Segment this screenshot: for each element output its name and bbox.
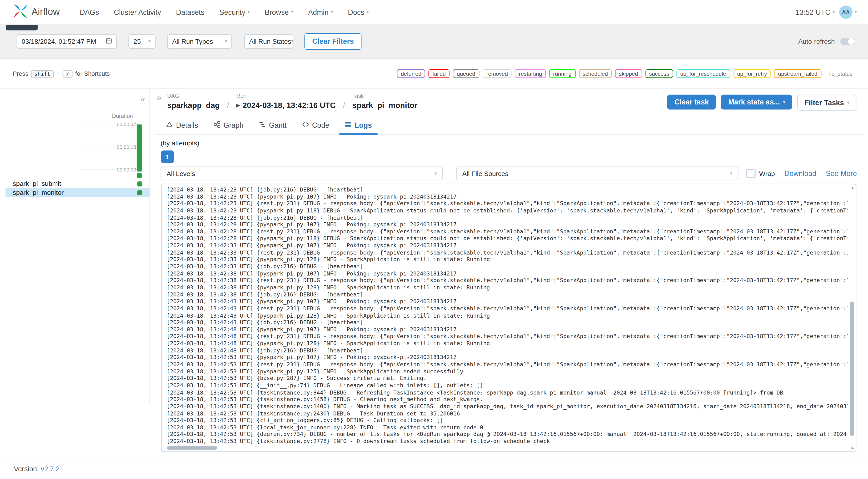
chevron-down-icon: ▾ [847,101,849,104]
status-badge-scheduled[interactable]: scheduled [579,69,612,78]
horizontal-scrollbar[interactable] [163,445,848,450]
cutoff-button[interactable] [6,24,38,30]
status-badge-running[interactable]: running [549,69,576,78]
mark-state-button[interactable]: Mark state as...▾ [721,95,793,109]
wrap-checkbox[interactable] [746,169,756,178]
play-icon: ▶ [236,103,240,107]
log-level-select[interactable]: All Levels ▾ [160,166,443,181]
avatar[interactable]: AA [839,6,852,19]
breadcrumb-separator: / [227,100,229,109]
chevron-down-icon: ▾ [367,10,369,14]
utc-clock-dropdown[interactable]: 13:52 UTC ▾ [796,8,835,16]
log-controls: All Levels ▾ All File Sources ▾ Wrap Dow… [160,166,857,181]
vertical-scrollbar[interactable] [850,185,855,444]
date-filter-input[interactable]: 03/18/2024, 01:52:47 PM [17,34,117,49]
run-states-select[interactable]: All Run States ▾ [244,34,293,49]
expand-panel-icon[interactable]: » [157,93,161,102]
page-size-select[interactable]: 25 ▾ [128,34,156,49]
tab-label: Graph [223,121,243,129]
task-row-spark-pi-monitor[interactable]: spark_pi_monitor [6,188,150,197]
status-badge-restarting[interactable]: restarting [515,69,546,78]
nav-item-cluster-activity[interactable]: Cluster Activity [114,8,161,16]
download-link[interactable]: Download [784,169,816,178]
nav-item-browse[interactable]: Browse▾ [265,8,293,16]
dag-run-status-square[interactable] [137,173,142,178]
nav-item-datasets[interactable]: Datasets [176,8,205,16]
details-panel: » DAG sparkapp_dag / Run ▶2024-03-18, 13… [155,89,864,454]
status-badge-removed[interactable]: removed [483,69,512,78]
log-line: [2024-03-18, 13:42:48 UTC] {rest.py:231}… [167,333,847,341]
status-badge-up-for-retry[interactable]: up_for_retry [733,69,771,78]
log-line: [2024-03-18, 13:42:53 UTC] {local_task_j… [167,424,847,431]
tab-code[interactable]: Code [297,118,335,135]
filter-tasks-button[interactable]: Filter Tasks▾ [797,95,856,110]
version-link[interactable]: v2.7.2 [41,465,60,473]
chevron-down-icon: ▾ [855,10,857,14]
task-row-spark-pi-submit[interactable]: spark_pi_submit [6,179,150,188]
chevron-down-icon: ▾ [291,39,293,43]
auto-refresh-toggle[interactable] [840,37,855,45]
run-duration-bar[interactable] [137,124,142,171]
log-line: [2024-03-18, 13:42:43 UTC] {job.py:216} … [167,319,847,326]
log-line: [2024-03-18, 13:42:53 UTC] {rest.py:231}… [167,361,847,369]
file-source-select[interactable]: All File Sources ▾ [456,166,739,181]
log-line: [2024-03-18, 13:42:53 UTC] {dagrun.py:73… [167,431,847,438]
breadcrumb-task-value: spark_pi_monitor [352,101,417,109]
status-badge-up-for-reschedule[interactable]: up_for_reschedule [676,69,730,78]
nav-item-admin[interactable]: Admin▾ [308,8,333,16]
tab-gantt[interactable]: Gantt [253,118,292,135]
log-line: [2024-03-18, 13:42:28 UTC] {rest.py:231}… [167,228,847,235]
shortcuts-plus: + [56,70,60,77]
status-badge-no-status[interactable]: no_status [825,69,857,78]
brand-label: Airflow [32,7,60,18]
chevron-down-icon: ▾ [435,171,437,176]
run-types-select[interactable]: All Run Types ▾ [167,34,232,49]
scroll-right-icon[interactable]: ▶ [851,447,854,450]
log-line: [2024-03-18, 13:42:53 UTC] {taskinstance… [167,396,847,403]
tab-label: Code [312,121,329,129]
see-more-link[interactable]: See More [826,169,857,178]
status-badge-queued[interactable]: queued [453,69,479,78]
attempt-1-button[interactable]: 1 [161,151,174,163]
nav-item-dags[interactable]: DAGs [80,8,99,16]
brand-link[interactable]: Airflow [13,4,60,21]
nav-item-security[interactable]: Security▾ [219,8,250,16]
task-status-square[interactable] [137,190,142,195]
gridline [81,124,143,124]
calendar-icon [106,37,112,45]
tab-logs[interactable]: Logs [339,118,377,135]
task-status-square[interactable] [137,181,142,186]
scrollbar-thumb[interactable] [167,446,217,450]
user-menu[interactable]: AA ▾ [839,6,857,19]
tab-graph[interactable]: Graph [208,118,249,135]
chevron-down-icon: ▾ [730,171,732,176]
utc-clock: 13:52 UTC [796,8,830,16]
log-line: [2024-03-18, 13:42:53 UTC] {pyspark_pi.p… [167,354,847,361]
clear-task-button[interactable]: Clear task [667,95,716,109]
clear-filters-button[interactable]: Clear Filters [304,33,362,50]
log-line: [2024-03-18, 13:42:43 UTC] {pyspark_pi.p… [167,298,847,306]
date-filter-value: 03/18/2024, 01:52:47 PM [22,37,96,45]
breadcrumb-run-value: ▶2024-03-18, 13:42:16 UTC [236,101,336,109]
status-badge-success[interactable]: success [645,69,673,78]
status-badge-skipped[interactable]: skipped [615,69,642,78]
scrollbar-thumb[interactable] [850,301,854,436]
nav-item-label: DAGs [80,8,99,16]
nav-item-docs[interactable]: Docs▾ [348,8,369,16]
status-badge-upstream-failed[interactable]: upstream_failed [774,69,821,78]
log-line: [2024-03-18, 13:42:23 UTC] {job.py:216} … [167,186,847,193]
run-states-value: All Run States [249,37,291,45]
chevron-down-icon: ▾ [225,39,227,43]
status-badge-deferred[interactable]: deferred [397,69,425,78]
log-line: [2024-03-18, 13:42:53 UTC] {taskinstance… [167,389,847,396]
status-badge-failed[interactable]: failed [429,69,450,78]
task-name: spark_pi_submit [13,180,61,188]
legend-bar: Press shift + / for Shortcuts deferred f… [0,59,868,89]
button-label: Filter Tasks [804,99,844,107]
tab-details[interactable]: Details [160,118,204,135]
collapse-grid-icon[interactable]: « [140,95,145,103]
divider [0,461,868,461]
log-line: [2024-03-18, 13:42:33 UTC] {pyspark_pi.p… [167,242,847,249]
log-line: [2024-03-18, 13:42:53 UTC] {taskinstance… [167,403,847,410]
chevron-down-icon: ▾ [331,10,333,14]
